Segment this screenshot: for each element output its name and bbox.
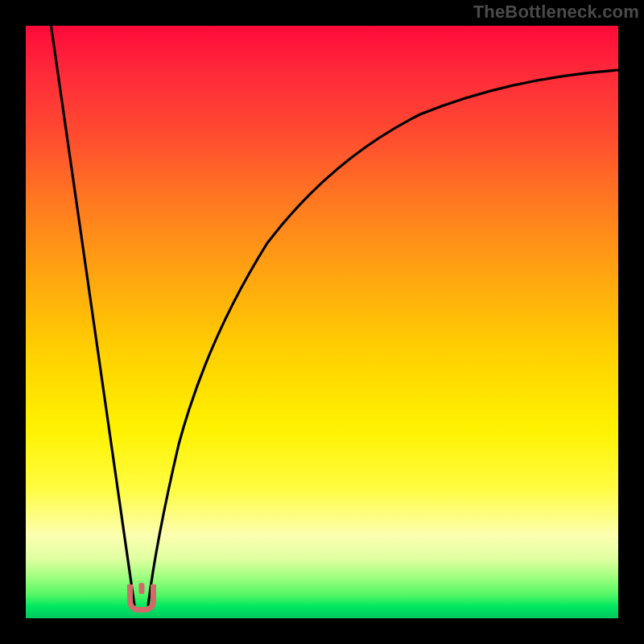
minimum-marker-center (139, 583, 145, 594)
watermark-text: TheBottleneck.com (473, 2, 639, 23)
chart-frame: TheBottleneck.com (0, 0, 644, 644)
plot-area (26, 26, 618, 618)
curve-layer (26, 26, 618, 618)
minimum-marker (127, 584, 156, 613)
curve-left (50, 26, 134, 605)
curve-right (148, 70, 618, 605)
